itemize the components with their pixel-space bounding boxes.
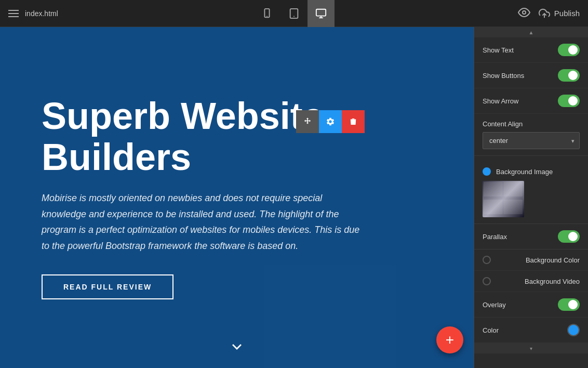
background-video-radio[interactable] (483, 277, 491, 285)
parallax-slider (558, 230, 580, 243)
background-image-section: Background Image (474, 156, 588, 224)
svg-point-3 (293, 16, 295, 17)
show-arrow-label: Show Arrow (483, 97, 518, 105)
move-block-button[interactable] (296, 110, 319, 133)
mobile-device-button[interactable] (253, 0, 280, 27)
device-switcher (253, 0, 335, 27)
preview-button[interactable] (518, 6, 530, 20)
show-buttons-label: Show Buttons (483, 72, 524, 80)
svg-rect-4 (316, 9, 326, 16)
settings-block-button[interactable] (319, 110, 342, 133)
topbar: index.html Publish (0, 0, 588, 27)
thumb-cell-4 (503, 200, 523, 214)
overlay-label: Overlay (483, 301, 506, 309)
menu-button[interactable] (8, 10, 19, 17)
delete-block-button[interactable] (342, 110, 365, 133)
move-icon (303, 117, 312, 126)
canvas: Superb Website Builders Mobirise is most… (0, 27, 474, 368)
show-text-slider (558, 44, 580, 56)
show-buttons-slider (558, 69, 580, 82)
background-image-label: Background Image (496, 168, 553, 176)
thumb-cell-1 (484, 182, 503, 196)
desktop-device-button[interactable] (308, 0, 335, 27)
content-align-wrapper: left center right ▾ (483, 132, 580, 149)
gear-icon (326, 117, 335, 126)
color-swatch[interactable] (567, 324, 580, 336)
background-image-row: Background Image (483, 167, 580, 176)
hamburger-line2 (8, 13, 19, 14)
trash-icon (349, 117, 358, 126)
show-arrow-row: Show Arrow (474, 88, 588, 114)
background-image-radio[interactable] (483, 167, 491, 176)
add-block-button[interactable]: + (436, 326, 463, 353)
hero-text: Mobirise is mostly oriented on newbies a… (42, 190, 364, 254)
chevron-down-icon (229, 338, 245, 355)
color-row: Color (474, 318, 588, 343)
thumb-cell-3 (484, 200, 503, 214)
svg-point-1 (266, 16, 268, 17)
parallax-label: Parallax (483, 233, 507, 241)
topbar-left: index.html (8, 9, 58, 18)
parallax-row: Parallax (474, 224, 588, 249)
scroll-arrow-indicator[interactable] (229, 338, 245, 358)
background-video-row: Background Video (474, 271, 588, 292)
publish-button[interactable]: Publish (539, 8, 580, 19)
background-color-radio[interactable] (483, 256, 491, 264)
filename-label: index.html (25, 9, 58, 18)
hero-title: Superb Website Builders (42, 96, 432, 178)
tablet-icon (288, 8, 300, 19)
desktop-icon (315, 8, 327, 19)
show-buttons-toggle[interactable] (558, 69, 580, 82)
background-color-label: Background Color (526, 256, 580, 264)
hero-section: Superb Website Builders Mobirise is most… (0, 27, 474, 368)
thumbnail-preview (483, 181, 524, 217)
publish-label: Publish (554, 9, 580, 18)
content-align-select[interactable]: left center right (483, 132, 580, 149)
background-image-thumbnail[interactable] (483, 181, 524, 217)
background-video-label: Background Video (525, 278, 580, 285)
overlay-slider (558, 298, 580, 311)
color-label: Color (483, 326, 499, 334)
show-buttons-row: Show Buttons (474, 63, 588, 88)
canvas-content: Superb Website Builders Mobirise is most… (42, 96, 432, 300)
hero-cta-button[interactable]: READ FULL REVIEW (42, 274, 173, 299)
show-text-toggle[interactable] (558, 44, 580, 56)
topbar-right: Publish (518, 6, 580, 20)
svg-point-7 (523, 11, 526, 14)
overlay-toggle[interactable] (558, 298, 580, 311)
scroll-down-button[interactable]: ▾ (474, 343, 588, 353)
main-area: Superb Website Builders Mobirise is most… (0, 27, 588, 368)
content-align-label: Content Align (483, 120, 580, 128)
hamburger-line1 (8, 10, 19, 11)
properties-panel: ▲ Show Text Show Buttons Show Arrow (474, 27, 588, 368)
show-arrow-slider (558, 95, 580, 107)
show-arrow-toggle[interactable] (558, 95, 580, 107)
thumb-cell-2 (503, 182, 523, 196)
background-color-row: Background Color (474, 249, 588, 271)
show-text-row: Show Text (474, 37, 588, 63)
eye-icon (518, 6, 530, 19)
tablet-device-button[interactable] (280, 0, 308, 27)
overlay-row: Overlay (474, 292, 588, 318)
content-align-section: Content Align left center right ▾ (474, 114, 588, 156)
scroll-up-button[interactable]: ▲ (474, 27, 588, 37)
block-toolbar (296, 110, 365, 133)
cloud-icon (539, 8, 550, 19)
parallax-toggle[interactable] (558, 230, 580, 243)
mobile-icon (261, 8, 273, 19)
show-text-label: Show Text (483, 46, 514, 54)
hamburger-line3 (8, 16, 19, 17)
